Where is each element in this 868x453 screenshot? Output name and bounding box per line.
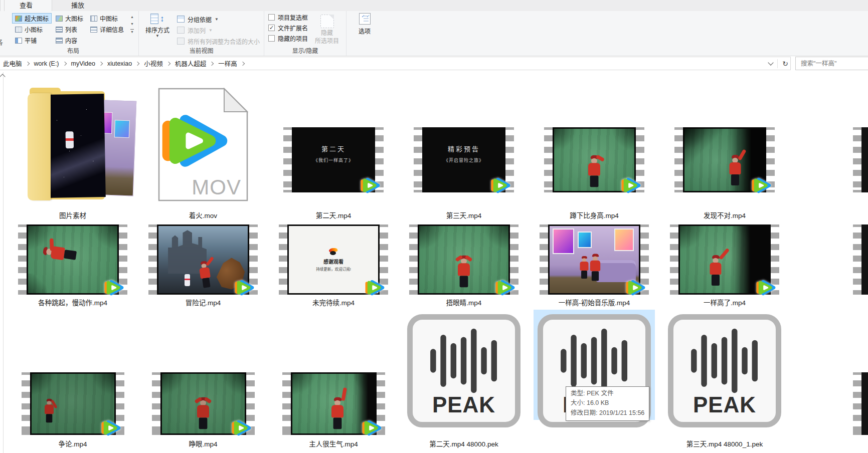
chevron-right-icon bbox=[62, 61, 66, 65]
view-option-small-icons[interactable]: 小图标 bbox=[12, 24, 52, 35]
arm-r bbox=[50, 238, 54, 251]
film-thumbnail: 第二天《我们一样高了》 bbox=[283, 127, 384, 192]
tencent-video-play-icon bbox=[360, 175, 381, 196]
options-button[interactable]: 选项 bbox=[351, 11, 379, 47]
checkbox-hidden-items-box[interactable] bbox=[268, 35, 275, 42]
film-thumbnail bbox=[674, 127, 775, 192]
tab-view[interactable]: 查看 bbox=[0, 0, 52, 11]
breadcrumb-item[interactable]: 机器人超超 bbox=[174, 58, 208, 69]
legs bbox=[590, 176, 599, 187]
breadcrumb-item[interactable]: myVideo bbox=[70, 59, 96, 68]
checkbox-file-extensions[interactable]: ✓文件扩展名 bbox=[268, 23, 308, 33]
file-item[interactable]: 蹲下比身高.mp4 bbox=[529, 71, 659, 220]
file-item[interactable]: MOV着火.mov bbox=[138, 71, 268, 220]
view-option-extra-large-icons[interactable]: 超大图标 bbox=[12, 13, 52, 24]
address-dropdown-icon[interactable] bbox=[768, 60, 774, 65]
file-name-label: 第三天.mp4 48000_1.pek bbox=[684, 440, 765, 449]
search-input[interactable] bbox=[795, 57, 868, 70]
person-figure bbox=[590, 254, 601, 281]
file-item-partial[interactable] bbox=[853, 127, 868, 192]
scroll-up-icon[interactable]: ▲ bbox=[130, 15, 134, 19]
large-icons-icon bbox=[56, 16, 63, 22]
tencent-video-play-icon bbox=[361, 417, 382, 438]
details-icon bbox=[90, 27, 97, 33]
tab-play[interactable]: 播放 bbox=[52, 0, 103, 11]
list-icon bbox=[56, 27, 63, 33]
audio-waveform-icon bbox=[687, 328, 762, 394]
legs bbox=[64, 250, 77, 260]
tooltip-line: 大小: 16.0 KB bbox=[571, 398, 644, 408]
file-item[interactable]: 精彩预告《开启冒险之旅》第三天.mp4 bbox=[399, 71, 529, 220]
file-item[interactable]: 捂眼睛.mp4 bbox=[399, 220, 529, 310]
mov-file-icon: MOV bbox=[158, 88, 248, 201]
breadcrumb-item[interactable]: 此电脑 bbox=[2, 58, 23, 69]
view-option-details[interactable]: 详细信息 bbox=[87, 24, 127, 35]
file-item[interactable]: 感谢观看持续更新，欢迎订阅!未完待续.mp4 bbox=[268, 220, 399, 310]
size-columns-icon bbox=[177, 38, 185, 45]
scrollbar-up-icon[interactable] bbox=[0, 74, 6, 79]
add-columns-button[interactable]: 添加列 ▼ bbox=[177, 25, 260, 35]
file-item[interactable]: PEAK第二天.mp4 48000.pek bbox=[399, 310, 529, 453]
sprocket-holes bbox=[18, 227, 27, 292]
view-option-large-icons[interactable]: 大图标 bbox=[53, 13, 86, 24]
torso bbox=[458, 264, 470, 276]
breadcrumb-item[interactable]: xiutexiao bbox=[106, 59, 133, 68]
checkbox-file-extensions-box[interactable]: ✓ bbox=[268, 25, 275, 31]
filmstrip-left-edge bbox=[409, 224, 418, 295]
file-item[interactable]: PEAK bbox=[529, 310, 659, 453]
file-item[interactable]: 发现不对.mp4 bbox=[659, 71, 790, 220]
scroll-down-icon[interactable]: ▼ bbox=[130, 22, 134, 26]
file-item[interactable]: 图片素材 bbox=[8, 71, 138, 220]
sprocket-holes bbox=[282, 375, 291, 432]
legs bbox=[731, 174, 739, 185]
person-figure bbox=[42, 244, 77, 262]
address-bar[interactable]: 此电脑work (E:)myVideoxiutexiao小视频机器人超超一样高 … bbox=[0, 57, 791, 70]
size-columns-button[interactable]: 将所有列调整为合适的大小 bbox=[177, 36, 260, 46]
file-item[interactable]: 冒险记.mp4 bbox=[138, 220, 268, 310]
file-name-label: 蹲下比身高.mp4 bbox=[568, 211, 621, 220]
view-option-medium-icons[interactable]: 中图标 bbox=[87, 13, 127, 24]
checkbox-item-checkboxes-box[interactable] bbox=[268, 14, 275, 21]
chevron-right-icon bbox=[166, 61, 170, 65]
checkbox-label: 文件扩展名 bbox=[278, 24, 308, 32]
sprocket-holes bbox=[853, 130, 861, 190]
breadcrumb-item[interactable]: work (E:) bbox=[33, 59, 60, 68]
checkbox-item-checkboxes[interactable]: 项目复选框 bbox=[268, 12, 308, 23]
view-option-list[interactable]: 列表 bbox=[53, 24, 86, 35]
file-item[interactable]: 主人很生气.mp4 bbox=[268, 310, 399, 453]
file-item[interactable]: 睁眼.mp4 bbox=[138, 310, 268, 453]
filmstrip-left-edge bbox=[148, 224, 157, 295]
file-name-label: 捂眼睛.mp4 bbox=[444, 299, 484, 308]
file-item[interactable]: 第二天《我们一样高了》第二天.mp4 bbox=[268, 71, 399, 220]
file-item[interactable]: 争论.mp4 bbox=[8, 310, 138, 453]
person-figure bbox=[457, 256, 470, 288]
file-item[interactable]: 一样高了.mp4 bbox=[659, 220, 790, 310]
group-by-button[interactable]: 分组依据 ▼ bbox=[177, 14, 260, 24]
layout-group: 超大图标小图标平铺 大图标列表内容 中图标详细信息 ▲ ▼ ▼ 布局 bbox=[8, 11, 139, 56]
film-thumbnail bbox=[670, 224, 779, 295]
filmstrip-left-edge bbox=[282, 372, 291, 435]
tencent-video-play-icon bbox=[625, 277, 646, 298]
file-item[interactable]: 各种跳起，慢动作.mp4 bbox=[8, 220, 138, 310]
checkbox-hidden-items[interactable]: 隐藏的项目 bbox=[268, 33, 308, 44]
chevron-down-icon: ▼ bbox=[209, 28, 213, 33]
filmstrip-left-edge bbox=[853, 224, 861, 295]
file-item-partial[interactable] bbox=[853, 224, 868, 295]
sort-by-button[interactable]: ↕ 排序方式 ▼ bbox=[143, 13, 172, 47]
file-item[interactable]: PEAK第三天.mp4 48000_1.pek bbox=[659, 310, 790, 453]
refresh-icon[interactable]: ↻ bbox=[782, 60, 788, 67]
arm-r bbox=[341, 387, 347, 401]
film-thumbnail bbox=[148, 224, 258, 295]
film-thumbnail bbox=[152, 372, 255, 435]
file-name-label: 着火.mov bbox=[187, 211, 219, 220]
file-item[interactable]: 一样高-初始音乐版.mp4 bbox=[529, 220, 659, 310]
view-option-tiles[interactable]: 平铺 bbox=[12, 35, 52, 46]
view-option-content[interactable]: 内容 bbox=[53, 35, 86, 46]
breadcrumb-item[interactable]: 一样高 bbox=[217, 58, 238, 69]
filmstrip-left-edge bbox=[540, 224, 548, 295]
arm-r bbox=[738, 149, 746, 160]
hide-selected-button[interactable]: 隐藏 所选项目 bbox=[312, 12, 342, 47]
breadcrumb-item[interactable]: 小视频 bbox=[143, 58, 164, 69]
more-layouts-icon[interactable]: ▼ bbox=[130, 29, 134, 34]
file-item-partial[interactable] bbox=[853, 372, 868, 435]
